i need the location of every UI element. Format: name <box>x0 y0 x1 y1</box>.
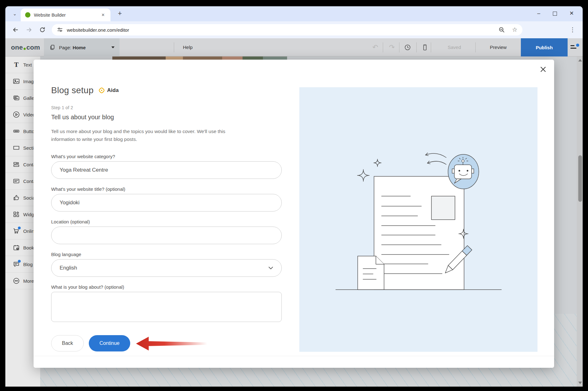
text-icon: T <box>13 61 20 68</box>
blog-icon <box>13 260 20 268</box>
zoom-out-icon[interactable] <box>498 26 505 33</box>
toolbar-separator <box>383 42 383 52</box>
annotation-arrow <box>134 336 209 351</box>
page-caret-icon <box>111 46 115 48</box>
modal-title-row: Blog setup Aida <box>51 85 119 95</box>
pages-icon <box>49 44 56 51</box>
redo-icon[interactable]: ↷ <box>388 44 396 51</box>
tab-close-icon[interactable]: ✕ <box>100 12 106 18</box>
back-button[interactable]: Back <box>51 335 84 351</box>
minimize-button[interactable]: – <box>537 9 540 18</box>
booking-icon <box>13 244 20 251</box>
mobile-preview-icon[interactable] <box>421 44 429 51</box>
toolbar-separator <box>416 42 417 52</box>
website-preview-sliver <box>112 56 287 60</box>
save-status: Saved <box>443 38 465 56</box>
bookmark-star-icon[interactable]: ☆ <box>512 27 517 33</box>
browser-tab-strip: ⌄ Website Builder ✕ + – ✕ <box>5 6 583 21</box>
back-icon[interactable] <box>12 26 19 34</box>
video-icon <box>13 111 20 118</box>
contact-form-icon <box>13 177 20 185</box>
about-label: What is your blog about? (optional) <box>51 284 124 290</box>
language-select[interactable]: English <box>51 259 282 277</box>
category-label: What's your website category? <box>51 154 115 159</box>
browser-menu-icon[interactable]: ⋮ <box>569 26 576 33</box>
widget-icon <box>13 211 20 218</box>
aida-illustration-panel <box>299 87 537 352</box>
site-info-icon[interactable] <box>57 27 63 33</box>
modal-description: Tell us more about your blog and the top… <box>51 127 249 143</box>
page-scrollbar[interactable] <box>577 56 583 387</box>
new-tab-button[interactable]: + <box>116 9 124 18</box>
undo-icon[interactable]: ↶ <box>372 44 379 51</box>
address-bar[interactable]: websitebuilder.one.com/editor ☆ <box>52 24 522 35</box>
notification-dot <box>18 227 21 229</box>
language-value: English <box>60 265 77 271</box>
location-input[interactable] <box>51 227 282 244</box>
window-close-button[interactable]: ✕ <box>569 9 574 18</box>
cart-icon <box>13 227 20 235</box>
logo-dot <box>24 48 26 50</box>
publish-button[interactable]: Publish <box>521 38 568 56</box>
aida-brand-name: Aida <box>107 87 119 94</box>
chevron-down-icon <box>268 266 273 270</box>
tab-title: Website Builder <box>34 13 100 18</box>
location-label: Location (optional) <box>51 219 90 224</box>
modal-close-icon[interactable] <box>540 66 547 73</box>
contact-card-icon <box>13 161 20 168</box>
modal-footer-divider <box>34 356 554 356</box>
blog-writing-illustration <box>299 87 537 352</box>
toolbar-separator <box>399 42 399 52</box>
browser-navigation-bar: websitebuilder.one.com/editor ☆ ⋮ <box>5 21 583 38</box>
editor-menu-icon[interactable] <box>570 45 579 51</box>
about-textarea[interactable] <box>51 292 282 322</box>
onecom-logo: onecom <box>11 38 40 56</box>
section-icon <box>13 144 20 152</box>
screenshot-root: ⌄ Website Builder ✕ + – ✕ websitebuilder… <box>0 0 588 391</box>
scroll-up-icon[interactable] <box>578 59 582 62</box>
maximize-button[interactable] <box>553 12 557 16</box>
editor-toolbar: onecom Page: Home Help ↶ ↷ Saved Preview… <box>5 38 583 56</box>
title-label: What's your website title? (optional) <box>51 186 125 192</box>
step-indicator: Step 1 of 2 <box>51 105 73 110</box>
scroll-down-icon[interactable] <box>578 382 582 384</box>
notification-dot <box>18 260 21 263</box>
image-icon <box>13 78 20 85</box>
toolbar-separator <box>174 42 174 52</box>
aida-brand: Aida <box>98 87 119 94</box>
url-text[interactable]: websitebuilder.one.com/editor <box>67 27 498 33</box>
toolbar-separator <box>475 42 476 52</box>
button-icon <box>13 127 20 135</box>
social-icon <box>13 194 20 201</box>
modal-heading: Tell us about your blog <box>51 114 114 121</box>
more-icon <box>13 277 20 285</box>
modal-title: Blog setup <box>51 85 94 95</box>
language-label: Blog language <box>51 252 81 257</box>
title-input[interactable] <box>51 194 282 212</box>
continue-button[interactable]: Continue <box>89 335 130 351</box>
toolbar-separator <box>431 42 431 52</box>
tab-favicon <box>25 12 30 18</box>
tab-search-chevron-icon[interactable]: ⌄ <box>11 10 19 18</box>
notification-dot <box>576 44 579 47</box>
browser-tab[interactable]: Website Builder ✕ <box>21 8 110 21</box>
page-name: Home <box>72 45 86 50</box>
scrollbar-thumb[interactable] <box>578 155 582 202</box>
aida-logo-icon <box>98 87 105 94</box>
forward-icon[interactable] <box>25 26 33 34</box>
help-button[interactable]: Help <box>180 38 195 56</box>
category-input[interactable] <box>51 161 282 179</box>
browser-window: ⌄ Website Builder ✕ + – ✕ websitebuilder… <box>5 6 583 387</box>
version-history-icon[interactable] <box>404 44 411 51</box>
blog-setup-modal: Blog setup Aida Step 1 of 2 Tell us abou… <box>34 60 554 368</box>
page-prefix: Page: <box>59 45 71 50</box>
reload-icon[interactable] <box>39 26 46 34</box>
preview-button[interactable]: Preview <box>485 38 512 56</box>
window-controls: – ✕ <box>537 9 574 18</box>
page-selector[interactable]: Page: Home <box>44 38 120 56</box>
gallery-icon <box>13 94 20 102</box>
